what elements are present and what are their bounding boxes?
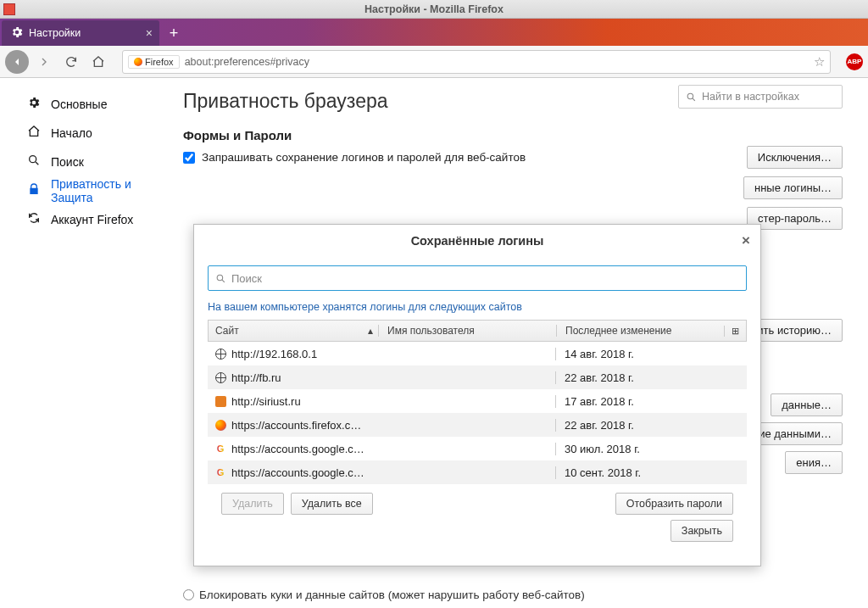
url-bar[interactable]: Firefox about:preferences#privacy ☆ [122,50,831,74]
site-data-button[interactable]: данные… [771,393,843,416]
sidebar-item-general[interactable]: Основные [24,90,176,119]
home-button[interactable] [86,50,110,74]
table-row[interactable]: http://fb.ru22 авг. 2018 г. [208,365,747,389]
block-cookies-radio[interactable]: Блокировать куки и данные сайтов (может … [183,588,585,601]
firefox-icon [134,58,142,66]
close-icon[interactable]: × [146,26,153,40]
delete-all-button[interactable]: Удалить все [291,493,373,515]
sync-icon [25,211,42,228]
table-row[interactable]: https://accounts.firefox.c…22 авг. 2018 … [208,413,747,437]
changed-cell: 30 июл. 2018 г. [555,443,725,455]
saved-logins-dialog: Сохранённые логины × Поиск На вашем комп… [193,224,761,566]
changed-cell: 22 авг. 2018 г. [555,419,725,432]
nav-toolbar: Firefox about:preferences#privacy ☆ ABP [0,46,868,78]
site-cell: https://accounts.google.c… [231,443,364,455]
table-row[interactable]: Ghttps://accounts.google.c…10 сент. 2018… [208,460,747,484]
find-in-settings[interactable]: Найти в настройках [678,85,843,109]
home-icon [25,125,42,142]
section-forms-passwords: Формы и Пароли [183,128,843,142]
site-cell: http://siriust.ru [231,395,301,408]
forward-button[interactable] [32,50,56,74]
tab-label: Настройки [29,27,81,39]
table-row[interactable]: http://192.168.0.114 авг. 2018 г. [208,342,747,365]
svg-point-0 [30,156,36,163]
sidebar-item-label: Приватность и Защита [51,177,176,204]
sidebar-item-home[interactable]: Начало [24,119,176,148]
column-site[interactable]: Сайт ▴ [209,325,378,337]
sidebar-item-label: Начало [51,126,92,140]
sidebar-item-privacy[interactable]: Приватность и Защита [24,176,176,205]
site-cell: http://192.168.0.1 [231,348,317,360]
identity-box[interactable]: Firefox [128,55,180,69]
changed-cell: 22 авг. 2018 г. [555,371,725,384]
close-button[interactable]: Закрыть [670,520,733,542]
app-icon [3,3,15,15]
sidebar-item-label: Поиск [51,155,84,169]
reload-button[interactable] [59,50,83,74]
saved-logins-button[interactable]: нные логины… [743,176,843,199]
window-title: Настройки - Mozilla Firefox [364,3,504,15]
svg-point-2 [217,275,223,281]
table-row[interactable]: Ghttps://accounts.google.c…30 июл. 2018 … [208,437,747,460]
site-cell: https://accounts.google.c… [231,466,364,479]
logins-table-header: Сайт ▴ Имя пользователя Последнее измене… [208,320,747,342]
dialog-info-text: На вашем компьютере хранятся логины для … [208,301,747,313]
dialog-title: Сохранённые логины [411,234,544,248]
search-icon [25,153,42,170]
sidebar-item-search[interactable]: Поиск [24,148,176,176]
permissions-button[interactable]: ения… [785,451,843,474]
back-button[interactable] [5,50,29,74]
sidebar-item-account[interactable]: Аккаунт Firefox [24,205,176,234]
gear-icon [25,96,42,113]
preferences-sidebar: Основные Начало Поиск Приватность и Защи… [0,78,176,608]
site-cell: https://accounts.firefox.c… [231,419,361,432]
window-titlebar: Настройки - Mozilla Firefox [0,0,868,19]
changed-cell: 10 сент. 2018 г. [555,466,725,479]
master-password-button[interactable]: стер-пароль… [747,207,843,230]
sort-asc-icon: ▴ [368,325,373,337]
column-username[interactable]: Имя пользователя [378,325,556,337]
svg-point-1 [687,93,693,99]
tab-settings[interactable]: Настройки × [2,20,159,46]
exceptions-button[interactable]: Исключения… [747,146,843,169]
column-last-changed[interactable]: Последнее изменение [556,325,724,337]
sidebar-item-label: Аккаунт Firefox [51,213,133,226]
sidebar-item-label: Основные [51,98,107,111]
gear-icon [10,25,24,42]
adblock-icon[interactable]: ABP [846,53,863,70]
close-icon[interactable]: × [742,232,750,249]
url-text: about:preferences#privacy [185,56,309,68]
changed-cell: 17 авг. 2018 г. [555,395,725,408]
changed-cell: 14 авг. 2018 г. [555,348,725,360]
logins-search-input[interactable]: Поиск [208,265,747,291]
new-tab-button[interactable]: + [163,22,185,44]
bookmark-star-icon[interactable]: ☆ [814,54,825,70]
tab-strip: Настройки × + [0,19,868,46]
site-cell: http://fb.ru [231,371,281,384]
logins-table-body: http://192.168.0.114 авг. 2018 г.http://… [208,342,747,484]
delete-button[interactable]: Удалить [221,493,284,515]
table-row[interactable]: http://siriust.ru17 авг. 2018 г. [208,389,747,413]
ask-save-logins-checkbox[interactable]: Запрашивать сохранение логинов и паролей… [183,151,843,164]
column-picker-icon[interactable]: ⊞ [724,326,746,337]
show-passwords-button[interactable]: Отобразить пароли [615,493,733,515]
dialog-header: Сохранённые логины × [194,225,760,257]
lock-icon [25,182,42,199]
